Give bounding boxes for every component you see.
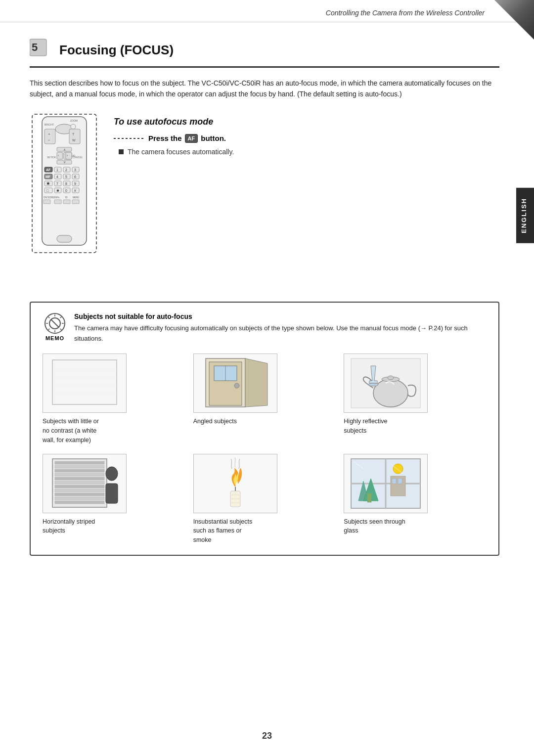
svg-rect-117 xyxy=(367,493,371,502)
svg-text:ON SCREEN: ON SCREEN xyxy=(44,196,57,199)
subject-label-reflective: Highly reflectivesubjects xyxy=(344,417,387,436)
subject-item-contrast: Subjects with little orno contrast (a wh… xyxy=(43,354,185,445)
memo-text-area: Subjects not suitable for auto-focus The… xyxy=(74,312,487,344)
svg-rect-66 xyxy=(57,235,72,242)
svg-rect-94 xyxy=(55,461,104,464)
svg-text:4: 4 xyxy=(56,175,58,178)
svg-point-92 xyxy=(368,383,378,386)
subject-item-glass: Subjects seen throughglass xyxy=(344,454,487,545)
svg-rect-95 xyxy=(55,465,104,468)
svg-text:AF: AF xyxy=(46,168,51,172)
memo-header: MEMO Subjects not suitable for auto-focu… xyxy=(43,312,487,344)
svg-text:∨: ∨ xyxy=(63,160,66,164)
svg-text:6: 6 xyxy=(74,175,76,178)
svg-text:T: T xyxy=(72,133,75,136)
svg-point-5 xyxy=(71,124,76,129)
page-header: Controlling the Camera from the Wireless… xyxy=(0,0,534,22)
svg-text:SET/OK: SET/OK xyxy=(47,156,56,159)
subject-image-angled xyxy=(193,354,277,413)
svg-text:1: 1 xyxy=(56,168,58,172)
svg-text:0: 0 xyxy=(65,189,67,192)
section-title: Focusing (FOCUS) xyxy=(59,43,174,58)
memo-box: MEMO Subjects not suitable for auto-focu… xyxy=(30,302,499,556)
svg-text:ID: ID xyxy=(65,196,68,199)
svg-text:CANCEL: CANCEL xyxy=(73,156,83,159)
svg-text:5: 5 xyxy=(65,175,67,178)
svg-text:ZOOM: ZOOM xyxy=(70,119,78,122)
svg-text:−: − xyxy=(48,138,50,142)
subject-item-horizontal: Horizontally stripedsubjects xyxy=(43,454,185,545)
subject-item-angled: Angled subjects xyxy=(193,354,336,445)
svg-rect-64 xyxy=(63,200,70,204)
svg-rect-121 xyxy=(398,479,402,484)
subject-label-glass: Subjects seen throughglass xyxy=(344,517,405,536)
subject-image-horizontal xyxy=(43,454,127,513)
svg-rect-63 xyxy=(54,200,61,204)
svg-rect-104 xyxy=(55,501,104,504)
svg-text:5: 5 xyxy=(32,41,38,53)
contrast-illustration xyxy=(47,356,122,410)
subjects-grid: Subjects with little orno contrast (a wh… xyxy=(43,354,487,545)
memo-icon xyxy=(44,312,66,334)
svg-text:+: + xyxy=(48,132,50,136)
svg-point-105 xyxy=(106,467,118,481)
note-bullet xyxy=(119,149,124,154)
af-note: The camera focuses automatically. xyxy=(119,148,499,156)
svg-rect-103 xyxy=(55,497,104,500)
main-content: 5 Focusing (FOCUS) This section describe… xyxy=(0,22,534,576)
svg-text:2: 2 xyxy=(65,168,67,172)
af-section-title: To use autofocus mode xyxy=(114,117,499,127)
af-button-badge: AF xyxy=(185,134,198,143)
svg-point-89 xyxy=(373,379,408,407)
subject-image-glass xyxy=(344,454,428,513)
svg-point-85 xyxy=(234,383,239,388)
subject-image-flames xyxy=(193,454,277,513)
svg-text:✱: ✱ xyxy=(46,181,50,186)
af-press-line: Press the AF button. xyxy=(114,134,499,143)
svg-rect-100 xyxy=(55,485,104,488)
svg-rect-99 xyxy=(55,481,104,484)
svg-text:MENU: MENU xyxy=(73,196,79,199)
svg-text:MF: MF xyxy=(45,175,51,178)
svg-rect-120 xyxy=(392,479,396,484)
horizontal-illustration xyxy=(47,456,122,511)
intro-paragraph: This section describes how to focus on t… xyxy=(30,78,499,100)
flames-illustration xyxy=(198,456,272,511)
subject-image-reflective xyxy=(344,354,428,413)
reflective-illustration xyxy=(349,356,423,410)
subject-label-flames: Insubstantial subjectssuch as flames ors… xyxy=(193,517,253,545)
svg-rect-96 xyxy=(55,469,104,472)
svg-rect-65 xyxy=(72,200,79,204)
svg-rect-101 xyxy=(55,489,104,492)
subject-item-reflective: Highly reflectivesubjects xyxy=(344,354,487,445)
subject-label-horizontal: Horizontally stripedsubjects xyxy=(43,517,95,536)
svg-text:8: 8 xyxy=(65,182,67,185)
remote-control-image: BRIGHT ZOOM + − T W ∧ ‹ HOME › xyxy=(30,112,99,282)
svg-text:∧: ∧ xyxy=(63,148,66,151)
memo-bold-title: Subjects not suitable for auto-focus xyxy=(74,312,487,320)
glass-illustration xyxy=(349,456,423,511)
memo-icon-area: MEMO xyxy=(43,312,67,341)
subject-image-contrast xyxy=(43,354,127,413)
remote-svg: BRIGHT ZOOM + − T W ∧ ‹ HOME › xyxy=(30,112,99,280)
memo-label: MEMO xyxy=(45,335,64,341)
svg-rect-102 xyxy=(55,493,104,496)
svg-point-91 xyxy=(388,376,394,380)
autofocus-section: BRIGHT ZOOM + − T W ∧ ‹ HOME › xyxy=(30,112,499,282)
svg-text:3: 3 xyxy=(74,168,76,172)
svg-text:9: 9 xyxy=(74,182,76,185)
subject-label-angled: Angled subjects xyxy=(193,417,237,426)
autofocus-instructions: To use autofocus mode Press the AF butto… xyxy=(114,112,499,282)
svg-rect-62 xyxy=(44,200,50,204)
subject-item-flames: Insubstantial subjectssuch as flames ors… xyxy=(193,454,336,545)
subject-label-contrast: Subjects with little orno contrast (a wh… xyxy=(43,417,99,445)
svg-text:#: # xyxy=(74,189,76,192)
section-heading: 5 Focusing (FOCUS) xyxy=(30,37,499,68)
page-number: 23 xyxy=(262,731,272,741)
header-subtitle: Controlling the Camera from the Wireless… xyxy=(326,9,485,17)
svg-rect-98 xyxy=(55,477,104,480)
section-number: 5 xyxy=(30,37,54,63)
memo-body-text: The camera may have difficulty focusing … xyxy=(74,323,487,344)
svg-text:W: W xyxy=(72,138,76,142)
english-tab: ENGLISH xyxy=(516,188,534,243)
